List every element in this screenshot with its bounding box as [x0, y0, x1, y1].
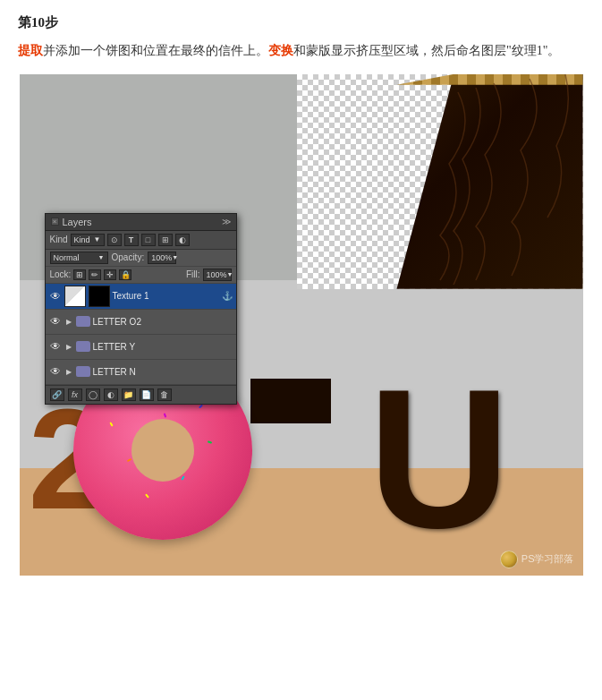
- blend-opacity-row: Normal▼ Opacity: 100%▼: [46, 250, 236, 267]
- page-bottom-icon[interactable]: 📄: [140, 388, 154, 401]
- lock-move-icon[interactable]: ✛: [104, 269, 116, 280]
- step-title: 第10步: [18, 14, 584, 31]
- lock-lock-icon[interactable]: 🔒: [119, 269, 131, 280]
- shape-filter-icon[interactable]: □: [141, 234, 156, 246]
- letter-u: U: [369, 361, 547, 558]
- link-bottom-icon[interactable]: 🔗: [50, 388, 64, 401]
- canvas-area: 2 U ×: [20, 74, 583, 576]
- cake-slice-image: [297, 74, 583, 289]
- layers-title: Layers: [63, 217, 92, 227]
- layers-panel: × Layers ≫ Kind Kind▼ ⊙ T □ ⊞ ◐ No: [45, 213, 237, 405]
- smart-filter-icon[interactable]: ⊞: [158, 234, 173, 246]
- type-filter-icon[interactable]: T: [124, 234, 139, 246]
- kind-label: Kind: [50, 235, 68, 244]
- fill-value[interactable]: 100%▼: [203, 269, 232, 281]
- layer-thumb-texture1: [64, 286, 86, 307]
- fill-label: Fill:: [186, 269, 200, 279]
- layers-bottom-bar: 🔗 fx ◯ ◐ 📁 📄 🗑: [46, 385, 236, 404]
- adjustment-bottom-icon[interactable]: ◐: [104, 388, 118, 401]
- layers-close-button[interactable]: ×: [51, 218, 59, 226]
- lock-brush-icon[interactable]: ✏: [89, 269, 101, 280]
- trash-bottom-icon[interactable]: 🗑: [157, 388, 172, 401]
- layer-name-texture1: Texture 1: [113, 291, 219, 301]
- watermark: PS学习部落: [500, 551, 574, 568]
- layers-expand-button[interactable]: ≫: [222, 217, 231, 226]
- opacity-value[interactable]: 100%▼: [148, 252, 176, 264]
- fx-bottom-icon[interactable]: fx: [68, 388, 82, 401]
- eye-icon-texture1[interactable]: 👁: [49, 290, 62, 303]
- arrow-letter-y[interactable]: ▶: [64, 342, 73, 351]
- eye-icon-letter-y[interactable]: 👁: [49, 340, 62, 353]
- description: 提取并添加一个饼图和位置在最终的信件上。变换和蒙版显示挤压型区域，然后命名图层"…: [18, 40, 584, 62]
- blend-mode-select[interactable]: Normal▼: [50, 252, 108, 264]
- mask-bottom-icon[interactable]: ◯: [86, 388, 100, 401]
- layer-name-letter-o2: LETTER O2: [93, 317, 233, 327]
- opacity-label: Opacity:: [112, 252, 145, 262]
- watermark-logo: [500, 551, 518, 568]
- dark-block: [250, 379, 331, 423]
- arrow-letter-n[interactable]: ▶: [64, 367, 73, 376]
- layers-titlebar: × Layers ≫: [46, 214, 236, 231]
- highlight-2: 变换: [268, 44, 293, 57]
- layer-item-letter-n[interactable]: 👁 ▶ LETTER N: [46, 360, 236, 385]
- kind-select[interactable]: Kind▼: [71, 234, 105, 246]
- eye-icon-letter-o2[interactable]: 👁: [49, 315, 62, 328]
- watermark-text: PS学习部落: [521, 552, 574, 566]
- layer-name-letter-y: LETTER Y: [93, 342, 233, 352]
- layer-mask-texture1: [89, 286, 110, 307]
- highlight-1: 提取: [18, 44, 43, 57]
- folder-icon-letter-n: [76, 366, 90, 377]
- layers-kind-toolbar: Kind Kind▼ ⊙ T □ ⊞ ◐: [46, 231, 236, 250]
- layer-item-letter-y[interactable]: 👁 ▶ LETTER Y: [46, 335, 236, 360]
- layer-item-letter-o2[interactable]: 👁 ▶ LETTER O2: [46, 310, 236, 335]
- arrow-letter-o2[interactable]: ▶: [64, 317, 73, 326]
- folder-bottom-icon[interactable]: 📁: [122, 388, 136, 401]
- adjust-filter-icon[interactable]: ◐: [175, 234, 190, 246]
- eye-icon-letter-n[interactable]: 👁: [49, 365, 62, 378]
- folder-icon-letter-y: [76, 341, 90, 352]
- filter-icon[interactable]: ⊙: [107, 234, 122, 246]
- layer-item-texture1[interactable]: 👁 Texture 1 ⚓: [46, 284, 236, 310]
- lock-grid-icon[interactable]: ⊞: [73, 269, 86, 280]
- layer-link-icon: ⚓: [222, 291, 233, 301]
- lock-label: Lock:: [50, 269, 72, 279]
- layer-name-letter-n: LETTER N: [93, 367, 233, 377]
- lock-fill-row: Lock: ⊞ ✏ ✛ 🔒 Fill: 100%▼: [46, 267, 236, 284]
- folder-icon-letter-o2: [76, 316, 90, 327]
